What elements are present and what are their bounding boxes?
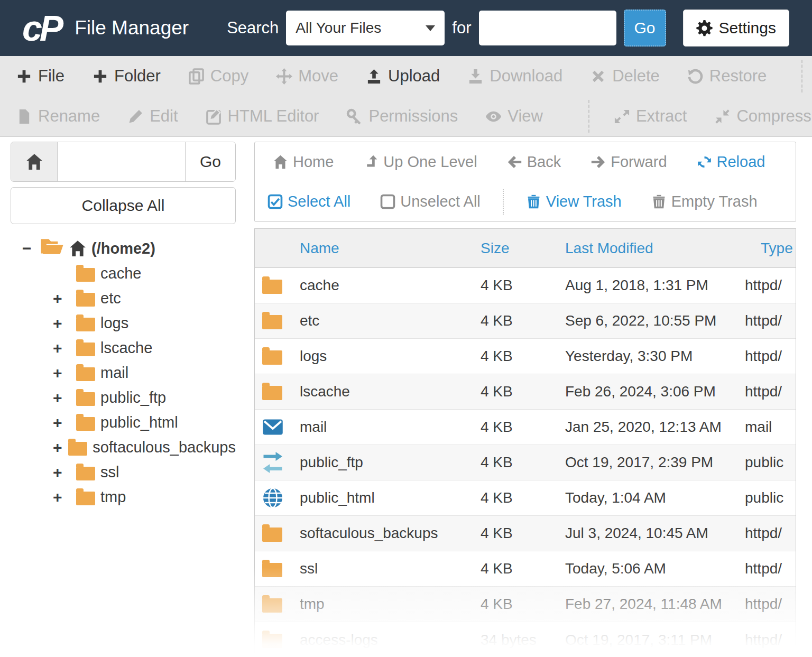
tree-toggle[interactable]: + [53, 464, 71, 482]
tree-item-cache[interactable]: cache [53, 261, 236, 286]
tree-item-lscache[interactable]: + lscache [53, 336, 236, 360]
table-row-public-ftp[interactable]: public_ftp 4 KB Oct 19, 2017, 2:39 PM pu… [255, 445, 796, 480]
home-path-button[interactable] [11, 142, 58, 181]
back-button[interactable]: Back [507, 153, 561, 171]
table-row-access-logs[interactable]: access-logs 34 bytes Oct 19, 2017, 3:11 … [255, 622, 796, 657]
extract-button[interactable]: Extract [614, 107, 687, 126]
tree-item-etc[interactable]: + etc [53, 286, 236, 311]
table-row-logs[interactable]: logs 4 KB Yesterday, 3:30 PM httpd/ [255, 339, 796, 374]
select-all-button[interactable]: Select All [267, 193, 350, 210]
home-nav-button[interactable]: Home [273, 153, 334, 171]
table-row-softaculous-backups[interactable]: softaculous_backups 4 KB Jul 3, 2024, 10… [255, 516, 796, 551]
file-size: 4 KB [481, 560, 565, 577]
tree-item-label: cache [100, 265, 141, 282]
table-header: Name Size Last Modified Type [255, 229, 796, 268]
settings-button[interactable]: Settings [683, 10, 789, 47]
up-one-level-button[interactable]: Up One Level [363, 153, 477, 171]
search-go-button[interactable]: Go [624, 10, 666, 47]
sort-by-size[interactable]: Size [481, 240, 509, 257]
move-button[interactable]: Move [276, 67, 338, 86]
edit-button[interactable]: Edit [127, 107, 178, 126]
table-row-etc[interactable]: etc 4 KB Sep 6, 2022, 10:55 PM httpd/ [255, 303, 796, 339]
tree-item-label: tmp [100, 488, 126, 506]
new-folder-button[interactable]: Folder [92, 67, 161, 86]
tree-toggle[interactable]: + [53, 290, 71, 308]
table-row-public-html[interactable]: public_html 4 KB Today, 1:04 AM public [255, 480, 796, 516]
compress-button[interactable]: Compress [714, 107, 811, 126]
file-name: softaculous_backups [300, 525, 481, 542]
tree-item-logs[interactable]: + logs [53, 311, 236, 336]
folder-icon [262, 634, 282, 648]
empty-trash-button[interactable]: Empty Trash [651, 193, 758, 210]
upload-button[interactable]: Upload [366, 67, 440, 86]
sort-by-name[interactable]: Name [300, 240, 339, 257]
tree-item-label: logs [100, 314, 128, 332]
unselect-all-button[interactable]: Unselect All [380, 193, 481, 210]
checkbox-checked-icon [267, 194, 283, 209]
restore-button[interactable]: Restore [687, 67, 767, 86]
tree-toggle[interactable]: + [53, 439, 63, 457]
open-folder-icon [40, 238, 64, 260]
file-name: logs [300, 348, 481, 365]
tree-toggle[interactable]: + [53, 339, 71, 357]
rename-button[interactable]: Rename [16, 107, 100, 126]
permissions-button[interactable]: Permissions [346, 107, 458, 126]
path-input[interactable] [58, 142, 185, 181]
tree-root-home2[interactable]: − (/home2) [22, 236, 236, 261]
collapse-all-button[interactable]: Collapse All [11, 187, 236, 224]
view-trash-button[interactable]: View Trash [526, 193, 622, 210]
restore-icon [687, 68, 704, 85]
tree-item-label: etc [100, 290, 121, 307]
file-size: 4 KB [481, 383, 565, 400]
reload-icon [697, 154, 712, 170]
forward-button[interactable]: Forward [590, 153, 667, 171]
search-scope-select[interactable]: All Your Files [286, 11, 445, 45]
table-row-lscache[interactable]: lscache 4 KB Feb 26, 2024, 3:06 PM httpd… [255, 374, 796, 410]
table-row-tmp[interactable]: tmp 4 KB Feb 27, 2024, 11:48 AM httpd/ [255, 587, 796, 622]
settings-label: Settings [719, 19, 776, 37]
table-row-ssl[interactable]: ssl 4 KB Today, 5:06 AM httpd/ [255, 551, 796, 587]
tree-toggle[interactable]: + [53, 414, 71, 432]
tree-collapse-toggle[interactable]: − [22, 239, 35, 257]
move-icon [276, 68, 292, 85]
view-button[interactable]: View [485, 107, 543, 126]
sort-by-last-modified[interactable]: Last Modified [565, 240, 653, 257]
folder-icon [76, 268, 95, 282]
search-input[interactable] [479, 11, 616, 45]
delete-button[interactable]: Delete [590, 67, 660, 86]
sort-by-type[interactable]: Type [761, 240, 793, 257]
copy-label: Copy [210, 67, 248, 86]
delete-label: Delete [612, 67, 660, 86]
file-size: 4 KB [481, 277, 565, 294]
copy-icon [188, 68, 205, 85]
tree-toggle[interactable]: + [53, 488, 71, 506]
file-listing-panel: Home Up One Level Back Forward Reload [254, 142, 796, 657]
table-row-cache[interactable]: cache 4 KB Aug 1, 2018, 1:31 PM httpd/ [255, 268, 796, 303]
tree-item-label: softaculous_backups [93, 439, 236, 456]
html-editor-button[interactable]: HTML Editor [206, 107, 319, 126]
reload-button[interactable]: Reload [697, 153, 765, 171]
download-button[interactable]: Download [467, 67, 562, 86]
path-go-button[interactable]: Go [185, 142, 235, 181]
file-modified: Today, 5:06 AM [565, 560, 745, 577]
tree-item-ssl[interactable]: + ssl [53, 460, 236, 485]
tree-item-public-ftp[interactable]: + public_ftp [53, 385, 236, 410]
home-icon [25, 153, 43, 171]
tree-item-tmp[interactable]: + tmp [53, 485, 236, 510]
tree-root-label: (/home2) [91, 240, 155, 257]
tree-item-softaculous-backups[interactable]: + softaculous_backups [53, 435, 236, 460]
tree-toggle[interactable]: + [53, 389, 71, 407]
search-label: Search [227, 18, 279, 38]
plus-icon [16, 68, 32, 85]
copy-button[interactable]: Copy [188, 67, 248, 86]
tree-item-mail[interactable]: + mail [53, 360, 236, 385]
new-file-button[interactable]: File [16, 67, 64, 86]
tree-item-public-html[interactable]: + public_html [53, 410, 236, 435]
tree-item-label: ssl [100, 464, 119, 481]
upload-icon [366, 68, 382, 85]
tree-toggle[interactable]: + [53, 364, 71, 382]
file-type: httpd/ [745, 348, 796, 365]
table-row-mail[interactable]: mail 4 KB Jan 25, 2020, 12:13 AM mail [255, 410, 796, 445]
tree-toggle[interactable]: + [53, 314, 71, 332]
arrow-left-icon [507, 154, 522, 170]
